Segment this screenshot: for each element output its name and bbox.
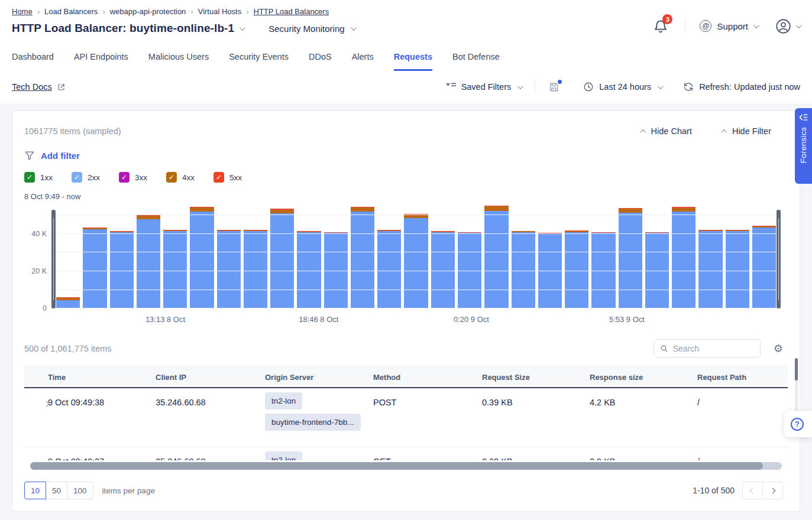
table-count-label: 500 of 1,061,775 items: [24, 344, 112, 353]
saved-filters-dropdown[interactable]: Saved Filters: [446, 82, 522, 92]
pagination-bar: 10 50 100 items per page 1-10 of 500: [24, 482, 788, 499]
tab-bar: Dashboard API Endpoints Malicious Users …: [0, 43, 812, 71]
status-filter-5xx[interactable]: ✓5xx: [213, 172, 242, 183]
chart-brush-handle-right[interactable]: [777, 210, 781, 308]
items-count-label: 1061775 items (sampled): [24, 126, 121, 136]
search-icon: [660, 344, 668, 353]
tech-docs-link[interactable]: Tech Docs: [12, 82, 52, 92]
clock-icon: [583, 82, 594, 92]
table-row[interactable]: 9 Oct 09:49:38 35.246.60.68 tn2-lon buyt…: [24, 388, 788, 447]
breadcrumb-namespace[interactable]: webapp-api-protection: [110, 7, 186, 16]
chevron-down-icon: [658, 83, 664, 89]
column-header-method[interactable]: Method: [373, 367, 482, 387]
help-widget[interactable]: ?: [784, 411, 812, 437]
notifications-button[interactable]: 3: [653, 18, 669, 34]
status-filter-4xx[interactable]: ✓4xx: [166, 172, 195, 183]
page-size-10-button[interactable]: 10: [24, 482, 46, 499]
column-header-time[interactable]: Time: [48, 367, 156, 387]
chart-bar: [297, 231, 321, 308]
breadcrumb-load-balancers[interactable]: Load Balancers: [44, 7, 98, 16]
tab-security-events[interactable]: Security Events: [229, 52, 289, 71]
chart-bar: [698, 230, 722, 308]
saved-filters-label: Saved Filters: [461, 82, 512, 92]
page-size-100-button[interactable]: 100: [67, 482, 93, 499]
page-toolbar: Tech Docs Saved Filters Last 24 hours: [0, 71, 812, 103]
chevron-down-icon: [351, 25, 357, 31]
table-body: 9 Oct 09:49:38 35.246.60.68 tn2-lon buyt…: [24, 388, 788, 460]
column-header-response-size[interactable]: Response size: [590, 367, 697, 387]
next-page-button[interactable]: [762, 482, 783, 499]
cell-client-ip: 35.246.60.68: [156, 447, 265, 460]
breadcrumb-virtual-hosts[interactable]: Virtual Hosts: [198, 7, 241, 16]
column-header-client-ip[interactable]: Client IP: [156, 367, 265, 387]
page-size-group: 10 50 100: [24, 482, 93, 499]
filter-list-icon: [446, 83, 456, 91]
external-link-icon: [57, 83, 66, 92]
checkbox-checked-icon: ✓: [119, 172, 130, 183]
tab-ddos[interactable]: DDoS: [309, 52, 332, 71]
pagination-range-label: 1-10 of 500: [693, 486, 735, 495]
account-menu[interactable]: [775, 18, 800, 34]
breadcrumb-home-link[interactable]: Home: [12, 7, 33, 16]
time-range-dropdown[interactable]: Last 24 hours: [583, 82, 662, 92]
horizontal-scrollbar-thumb[interactable]: [30, 462, 763, 470]
previous-page-button[interactable]: [742, 482, 763, 499]
tab-alerts[interactable]: Alerts: [352, 52, 374, 71]
status-filter-2xx[interactable]: ✓2xx: [72, 172, 100, 183]
table-header-expander-spacer: [24, 367, 48, 387]
tab-requests[interactable]: Requests: [394, 52, 432, 71]
chart-bar: [484, 206, 508, 308]
time-range-label: Last 24 hours: [599, 82, 651, 92]
column-header-origin-server[interactable]: Origin Server: [265, 367, 373, 387]
breadcrumb-separator-icon: ›: [37, 7, 40, 16]
forensics-side-tab[interactable]: Forensics: [795, 108, 812, 184]
checkbox-checked-icon: ✓: [213, 172, 224, 183]
section-selector-label: Security Monitoring: [268, 24, 344, 34]
chart-bar: [752, 226, 776, 308]
chart-bar: [244, 230, 267, 308]
page-size-50-button[interactable]: 50: [46, 482, 67, 499]
section-selector[interactable]: Security Monitoring: [268, 24, 354, 34]
support-menu[interactable]: @ Support: [700, 20, 758, 32]
origin-server-tag: buytime-frontend-7bb...: [265, 414, 361, 431]
chart-bar: [56, 297, 80, 308]
refresh-button[interactable]: Refresh: Updated just now: [683, 82, 800, 92]
table-settings-gear-icon[interactable]: ⚙: [774, 343, 783, 354]
chart-bar: [431, 231, 455, 308]
tab-api-endpoints[interactable]: API Endpoints: [74, 52, 128, 71]
breadcrumb-separator-icon: ›: [102, 7, 105, 16]
column-header-request-path[interactable]: Request Path: [697, 367, 788, 387]
search-input[interactable]: [673, 344, 754, 353]
x-axis-tick-label: 18:46 8 Oct: [299, 315, 338, 324]
tab-malicious-users[interactable]: Malicious Users: [148, 52, 209, 71]
status-filter-3xx[interactable]: ✓3xx: [119, 172, 147, 183]
table-row[interactable]: 9 Oct 09:49:37 35.246.60.68 tn2-lon GET …: [24, 447, 788, 460]
hide-filter-button[interactable]: Hide Filter: [723, 126, 771, 136]
chart-bar: [404, 214, 428, 308]
chart-bar: [163, 230, 187, 308]
chart-brush-handle-left[interactable]: [51, 210, 56, 308]
hide-chart-button[interactable]: Hide Chart: [642, 126, 692, 136]
cell-client-ip: 35.246.60.68: [156, 388, 265, 447]
title-dropdown-chevron-icon[interactable]: [240, 25, 245, 31]
column-header-request-size[interactable]: Request Size: [482, 367, 590, 387]
add-filter-button[interactable]: Add filter: [24, 150, 788, 161]
chart-bar: [672, 207, 695, 308]
cell-origin-server: tn2-lon buytime-frontend-7bb...: [265, 388, 373, 447]
vertical-scrollbar-thumb[interactable]: [795, 358, 798, 381]
items-per-page-label: items per page: [102, 486, 155, 495]
panel-expand-icon: [799, 113, 808, 121]
horizontal-scrollbar[interactable]: [30, 462, 782, 470]
breadcrumb-http-load-balancers-link[interactable]: HTTP Load Balancers: [254, 7, 329, 16]
chevron-up-icon: [640, 129, 646, 135]
support-label: Support: [717, 21, 748, 31]
add-filter-label: Add filter: [41, 151, 80, 161]
status-filter-label: 2xx: [88, 173, 100, 182]
cell-time: 9 Oct 09:49:38: [48, 388, 156, 447]
tab-dashboard[interactable]: Dashboard: [12, 52, 54, 71]
tab-bot-defense[interactable]: Bot Defense: [452, 52, 500, 71]
cell-response-size: 4.2 KB: [590, 388, 697, 447]
save-filter-button[interactable]: [548, 82, 559, 93]
status-filter-1xx[interactable]: ✓1xx: [24, 172, 53, 183]
notification-count-badge: 3: [662, 14, 672, 24]
